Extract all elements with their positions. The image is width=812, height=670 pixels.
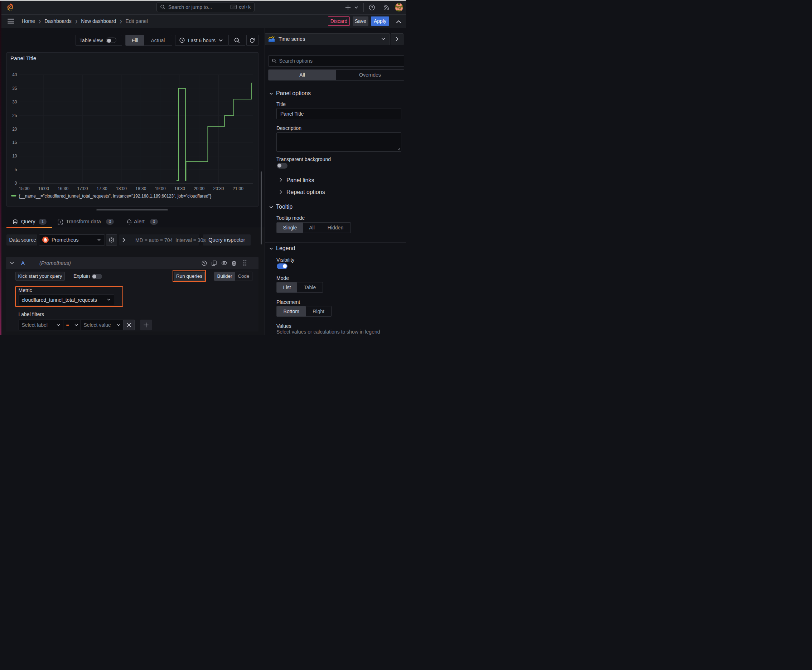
svg-text:19:30: 19:30 bbox=[175, 186, 185, 191]
svg-text:25: 25 bbox=[12, 113, 17, 118]
svg-text:30: 30 bbox=[12, 99, 17, 104]
svg-text:16:00: 16:00 bbox=[38, 186, 49, 191]
svg-text:20: 20 bbox=[12, 126, 17, 131]
svg-text:17:00: 17:00 bbox=[77, 186, 88, 191]
svg-text:19:00: 19:00 bbox=[155, 186, 166, 191]
svg-text:{__name__="cloudflared_tunnel_: {__name__="cloudflared_tunnel_total_requ… bbox=[19, 194, 212, 199]
svg-text:35: 35 bbox=[12, 86, 17, 91]
svg-text:0: 0 bbox=[15, 181, 17, 186]
svg-text:15:30: 15:30 bbox=[19, 186, 29, 191]
svg-text:20:30: 20:30 bbox=[213, 186, 224, 191]
svg-text:40: 40 bbox=[12, 72, 17, 77]
svg-text:10: 10 bbox=[12, 154, 17, 159]
svg-text:16:30: 16:30 bbox=[58, 186, 68, 191]
svg-text:5: 5 bbox=[15, 167, 17, 172]
svg-text:20:00: 20:00 bbox=[194, 186, 204, 191]
svg-text:21:00: 21:00 bbox=[233, 186, 244, 191]
svg-text:18:30: 18:30 bbox=[135, 186, 146, 191]
svg-text:17:30: 17:30 bbox=[97, 186, 107, 191]
svg-text:15: 15 bbox=[12, 140, 17, 145]
svg-text:18:00: 18:00 bbox=[116, 186, 127, 191]
